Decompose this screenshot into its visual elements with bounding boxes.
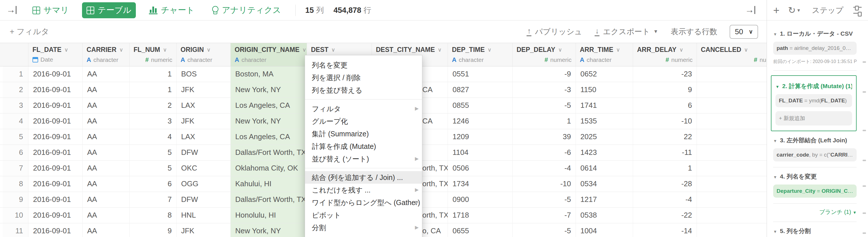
menu-item-gather[interactable]: ワイド型からロング型へ (Gather)▶ — [305, 196, 422, 209]
character-type-icon: A — [580, 56, 584, 63]
column-type: Date — [32, 56, 78, 63]
cell-origin_city_name: Kahului, HI — [231, 176, 307, 192]
menu-item-keep-only[interactable]: これだけを残す ...▶ — [305, 184, 422, 196]
step-expand-icon[interactable]: ▼ — [775, 84, 779, 89]
chevron-down-icon[interactable]: ∨ — [679, 47, 683, 53]
collapse-right-panel-icon[interactable]: → — [745, 5, 757, 15]
step-expand-icon[interactable]: ▼ — [773, 175, 777, 179]
menu-item-pivot[interactable]: ピボット — [305, 209, 422, 221]
menu-item-group-by[interactable]: グループ化 — [305, 115, 422, 128]
cell-dep_delay: -7 — [513, 208, 576, 223]
cell-arr_time: 1004 — [576, 223, 633, 237]
column-header-origin_city_name[interactable]: ORIGIN_CITY_NAME∨Acharacter — [231, 43, 307, 66]
refresh-steps-icon[interactable]: ↻▾ — [788, 5, 800, 16]
steps-settings-icon[interactable] — [853, 7, 862, 14]
chevron-down-icon[interactable]: ∨ — [438, 47, 442, 53]
chevron-down-icon: ∨ — [749, 28, 753, 35]
chevron-down-icon[interactable]: ∨ — [119, 47, 123, 53]
cell-dep_time: 0855 — [448, 98, 513, 113]
step-token[interactable]: + 新規追加 — [775, 111, 852, 126]
step-divider — [773, 167, 857, 167]
menu-item-sort[interactable]: 並び替え (ソート)▶ — [305, 153, 422, 165]
toolbar-divider — [295, 5, 296, 16]
menu-item-reorder-columns[interactable]: 列を並び替える — [305, 84, 422, 97]
menu-item-mutate[interactable]: 計算を作成 (Mutate) — [305, 140, 422, 153]
branch-toggle[interactable]: ブランチ (1) ▼ — [773, 208, 857, 216]
chevron-down-icon[interactable]: ∨ — [64, 47, 68, 53]
menu-item-summarize[interactable]: 集計 (Summarize) — [305, 128, 422, 140]
view-tab-chart[interactable]: チャート — [144, 2, 199, 18]
column-type: #numeric — [701, 56, 767, 63]
step-expand-icon[interactable]: ▼ — [773, 32, 777, 36]
chevron-down-icon[interactable]: ∨ — [744, 47, 748, 53]
cell-arr_time: 1423 — [576, 145, 633, 160]
chevron-down-icon[interactable]: ∨ — [558, 47, 562, 53]
cell-cancelled — [697, 176, 767, 192]
chevron-down-icon[interactable]: ∨ — [302, 47, 306, 53]
publish-button[interactable]: ↑ パブリッシュ — [527, 27, 582, 37]
cell-fl_num: 2 — [130, 98, 177, 113]
chevron-down-icon[interactable]: ∨ — [163, 47, 167, 53]
cell-dep_time: 1246 — [448, 113, 513, 129]
menu-item-label: これだけを残す ... — [312, 186, 371, 194]
step-5-header[interactable]: ▼5. 列を分割 — [773, 227, 857, 235]
chevron-down-icon[interactable]: ∨ — [488, 47, 492, 53]
menu-item-split[interactable]: 分割▶ — [305, 221, 422, 234]
menu-item-join[interactable]: 結合 (列を追加する / Join) ... — [305, 171, 422, 184]
cell-origin_city_name: Oklahoma City, OK — [231, 161, 307, 176]
column-header-carrier[interactable]: CARRIER∨Acharacter — [83, 43, 130, 66]
step-expand-icon[interactable]: ▼ — [773, 229, 777, 234]
view-tab-analytics[interactable]: アナリティクス — [208, 2, 286, 18]
add-filter-button[interactable]: + フィルタ — [10, 26, 49, 37]
column-header-arr_time[interactable]: ARR_TIME∨Acharacter — [576, 43, 633, 66]
step-token[interactable]: path = airline_delay_2016_09.csv — [773, 42, 857, 55]
rows-per-page-select[interactable]: 50 ∨ — [730, 25, 758, 39]
view-tab-table[interactable]: テーブル — [82, 2, 136, 18]
menu-item-label: ワイド型からロング型へ (Gather) — [312, 199, 420, 207]
panel-scrollbar-tick — [863, 232, 866, 234]
column-header-origin[interactable]: ORIGIN∨Acharacter — [177, 43, 231, 66]
cell-carrier: AA — [83, 129, 130, 144]
menu-item-select-remove-columns[interactable]: 列を選択 / 削除 — [305, 71, 422, 84]
view-tab-label: テーブル — [98, 5, 131, 16]
column-header-dep_delay[interactable]: DEP_DELAY∨#numeric — [513, 43, 576, 66]
cell-origin: JFK — [177, 82, 231, 98]
step-4-header[interactable]: ▼4. 列名を変更 — [773, 173, 857, 181]
column-header-fl_date[interactable]: FL_DATE∨Date — [29, 43, 83, 66]
step-2-header[interactable]: ▼2. 計算を作成 (Mutate) (1) — [775, 82, 852, 90]
cell-fl_num: 9 — [130, 223, 177, 237]
column-header-fl_num[interactable]: FL_NUM∨#numeric — [130, 43, 177, 66]
cell-arr_delay: -10 — [633, 113, 697, 129]
cell-arr_time: 0538 — [576, 208, 633, 223]
collapse-left-panel-icon[interactable]: → — [6, 5, 18, 15]
view-tab-summary[interactable]: サマリ — [28, 2, 73, 18]
cell-origin_city_name: Dallas/Fort Worth, TX — [231, 192, 307, 207]
step-divider — [773, 203, 857, 204]
chevron-down-icon[interactable]: ∨ — [616, 47, 620, 53]
column-header-dep_time[interactable]: DEP_TIME∨Acharacter — [448, 43, 513, 66]
chevron-down-icon[interactable]: ∨ — [331, 47, 335, 53]
step-1-header[interactable]: ▼1. ローカル・データ - CSV — [773, 30, 857, 38]
step-3-header[interactable]: ▼3. 左外部結合 (Left Join) — [773, 136, 857, 144]
export-button[interactable]: ↓ エクスポート ▼ — [595, 27, 658, 37]
cell-fl_num: 8 — [130, 208, 177, 223]
chevron-down-icon[interactable]: ∨ — [207, 47, 211, 53]
cell-fl_num: 3 — [130, 113, 177, 129]
cell-carrier: AA — [83, 98, 130, 113]
cell-fl_num: 5 — [130, 161, 177, 176]
column-header-cancelled[interactable]: CANCELLED∨#numeric — [697, 43, 767, 66]
cell-carrier: AA — [83, 67, 130, 82]
step-expand-icon[interactable]: ▼ — [773, 139, 777, 143]
step-token-green[interactable]: Departure_City = ORIGIN_CITY_N… — [773, 185, 857, 198]
column-type: Acharacter — [580, 56, 629, 63]
cell-dep_time: 1209 — [448, 129, 513, 144]
step-token[interactable]: FL_DATE = ymd(FL_DATE) — [775, 94, 852, 107]
cell-dep_time: 0506 — [448, 161, 513, 176]
column-header-arr_delay[interactable]: ARR_DELAY∨#numeric — [633, 43, 697, 66]
cell-dep_delay: -5 — [513, 98, 576, 113]
add-step-icon[interactable]: + — [773, 5, 779, 16]
menu-item-rename-column[interactable]: 列名を変更 — [305, 59, 422, 71]
submenu-arrow-icon: ▶ — [415, 196, 418, 209]
menu-item-filter[interactable]: フィルタ▶ — [305, 102, 422, 115]
step-token[interactable]: carrier_code, by = c("CARRIER" = … — [773, 148, 857, 161]
